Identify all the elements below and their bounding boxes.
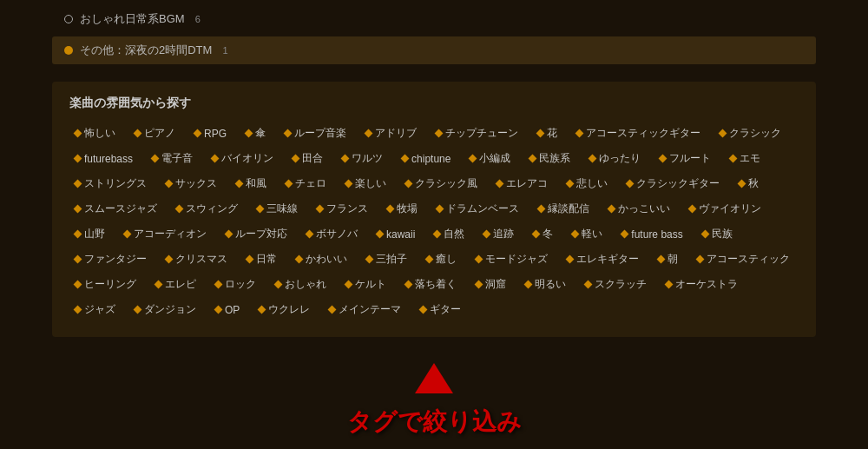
tag-item[interactable]: かっこいい — [603, 199, 679, 219]
tag-item[interactable]: エレピ — [150, 274, 205, 294]
tag-item[interactable]: 秋 — [733, 174, 767, 194]
tag-item[interactable]: 日常 — [241, 249, 286, 269]
tag-item[interactable]: RPG — [189, 123, 235, 143]
tag-label: アドリブ — [375, 126, 417, 141]
tag-item[interactable]: スウィング — [171, 199, 247, 219]
tag-item[interactable]: 電子音 — [147, 149, 201, 168]
tag-item[interactable]: OP — [210, 300, 248, 320]
tag-item[interactable]: ダンジョン — [129, 300, 205, 320]
tag-item[interactable]: 和風 — [231, 174, 275, 194]
tag-diamond-icon — [419, 306, 428, 314]
tag-item[interactable]: ウクレレ — [253, 300, 319, 320]
tag-item[interactable]: ワルツ — [337, 149, 391, 168]
tag-item[interactable]: クラシックギター — [621, 174, 728, 194]
tag-item[interactable]: フルート — [654, 149, 720, 168]
tag-item[interactable]: 田合 — [287, 149, 332, 168]
tag-item[interactable]: ループ対応 — [220, 224, 296, 244]
tag-label: クラシックギター — [636, 176, 720, 191]
tag-item[interactable]: モードジャズ — [470, 249, 556, 269]
tag-item[interactable]: スムースジャズ — [69, 199, 166, 219]
tag-item[interactable]: 明るい — [520, 274, 575, 294]
tag-item[interactable]: ピアノ — [129, 123, 184, 143]
tag-item[interactable]: ループ音楽 — [279, 123, 355, 143]
tag-item[interactable]: ボサノバ — [301, 224, 366, 244]
tag-label: ロック — [225, 277, 256, 292]
tag-item[interactable]: 癒し — [421, 249, 465, 269]
tag-item[interactable]: ファンタジー — [69, 249, 155, 269]
tag-item[interactable]: ケルト — [340, 274, 395, 294]
tag-label: 山野 — [84, 227, 105, 241]
tag-diamond-icon — [532, 230, 541, 239]
tag-item[interactable]: 冬 — [528, 224, 562, 244]
tag-item[interactable]: chiptune — [397, 149, 459, 168]
tag-item[interactable]: クラシック風 — [400, 174, 486, 194]
tag-item[interactable]: エレキギター — [562, 249, 648, 269]
tag-item[interactable]: スクラッチ — [580, 274, 655, 294]
tag-item[interactable]: ヒーリング — [69, 274, 145, 294]
tag-item[interactable]: 怖しい — [69, 123, 124, 143]
tag-item[interactable]: エモ — [725, 149, 769, 168]
arrow-up-icon — [415, 363, 453, 393]
tag-item[interactable]: 落ち着く — [400, 274, 465, 294]
tag-item[interactable]: メインテーマ — [324, 300, 410, 320]
tag-item[interactable]: おしゃれ — [270, 274, 335, 294]
tag-item[interactable]: kawaii — [372, 224, 424, 244]
tag-item[interactable]: 洞窟 — [470, 274, 515, 294]
tag-diamond-icon — [292, 155, 300, 163]
tag-item[interactable]: 民族系 — [524, 149, 579, 168]
tag-item[interactable]: 悲しい — [562, 174, 616, 194]
tag-item[interactable]: チェロ — [280, 174, 335, 194]
tag-item[interactable]: ロック — [210, 274, 265, 294]
tag-diamond-icon — [246, 255, 254, 264]
tag-item[interactable]: 民族 — [697, 224, 741, 244]
tag-item[interactable]: ゆったり — [584, 149, 649, 168]
tag-label: ダンジョン — [144, 302, 196, 317]
tag-item[interactable]: 牧場 — [382, 199, 426, 219]
tag-item[interactable]: 花 — [532, 123, 566, 143]
tag-item[interactable]: オーケストラ — [661, 274, 746, 294]
tag-label: 軽い — [582, 227, 602, 241]
list-item-sonota[interactable]: その他：深夜の2時間DTM 1 — [52, 36, 816, 64]
tag-item[interactable]: 傘 — [240, 123, 274, 143]
tag-diamond-icon — [425, 255, 434, 264]
tag-item[interactable]: 三味線 — [252, 199, 306, 219]
tag-item[interactable]: アコースティックギター — [571, 123, 709, 143]
tag-item[interactable]: 楽しい — [340, 174, 395, 194]
tag-diamond-icon — [433, 230, 442, 239]
tag-item[interactable]: サックス — [161, 174, 226, 194]
tag-item[interactable]: ギター — [415, 300, 470, 320]
tag-item[interactable]: 縁談配信 — [533, 199, 598, 219]
tag-item[interactable]: クリスマス — [161, 249, 236, 269]
tag-item[interactable]: エレアコ — [491, 174, 556, 194]
bullet-circle-icon — [64, 15, 73, 23]
tag-label: 悲しい — [576, 176, 608, 191]
tag-diamond-icon — [165, 255, 174, 264]
tag-item[interactable]: futurebass — [69, 149, 141, 168]
tag-diamond-icon — [436, 205, 444, 214]
tag-item[interactable]: チップチューン — [431, 123, 527, 143]
tag-item[interactable]: 自然 — [429, 224, 473, 244]
tag-diamond-icon — [435, 129, 444, 138]
list-item-osyare[interactable]: おしゃれ日常系BGM 6 — [52, 5, 816, 33]
tag-item[interactable]: ストリングス — [69, 174, 155, 194]
tag-item[interactable]: ヴァイオリン — [684, 199, 770, 219]
tag-item[interactable]: 朝 — [653, 249, 687, 269]
tag-item[interactable]: クラシック — [714, 123, 790, 143]
tag-item[interactable]: アコースティック — [692, 249, 799, 269]
tag-item[interactable]: 小編成 — [464, 149, 519, 168]
tag-item[interactable]: 追跡 — [478, 224, 523, 244]
tag-item[interactable]: 山野 — [69, 224, 114, 244]
tag-item[interactable]: ドラムンベース — [431, 199, 528, 219]
tag-item[interactable]: future bass — [616, 224, 691, 244]
tag-item[interactable]: アドリブ — [360, 123, 425, 143]
tag-item[interactable]: 三拍子 — [361, 249, 416, 269]
tag-diamond-icon — [696, 255, 705, 264]
tag-item[interactable]: かわいい — [291, 249, 356, 269]
tag-item[interactable]: バイオリン — [207, 149, 282, 168]
tag-item[interactable]: 軽い — [567, 224, 611, 244]
tag-item[interactable]: ジャズ — [69, 300, 124, 320]
tag-item[interactable]: アコーディオン — [119, 224, 215, 244]
tag-diamond-icon — [584, 281, 593, 289]
tag-item[interactable]: フランス — [312, 199, 377, 219]
tag-diamond-icon — [469, 155, 477, 163]
